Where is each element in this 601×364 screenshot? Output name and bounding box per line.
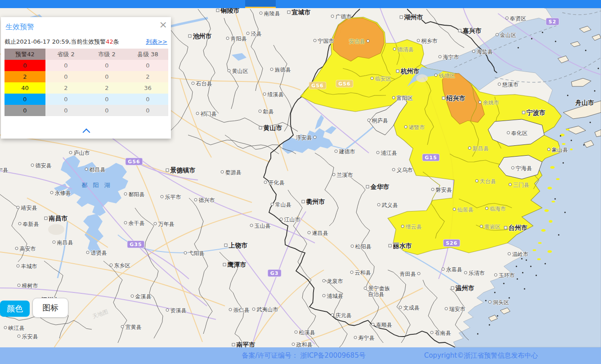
footer-bar: 备案/许可证编号： 浙ICP备20009685号 Copyright©浙江省预警… bbox=[0, 347, 601, 364]
alert-table-cell: 0 bbox=[86, 60, 127, 71]
panel-title: 生效预警 bbox=[5, 22, 34, 32]
alert-table-row: 0000 bbox=[4, 60, 168, 71]
alert-table-cell: 0 bbox=[45, 105, 86, 116]
alert-table-cell: 0 bbox=[86, 105, 127, 116]
alert-table-header-cell: 预警42 bbox=[4, 49, 45, 60]
summary-prefix: 截止2021-06-17 20:59,当前生效预警 bbox=[4, 38, 106, 45]
alert-table-row: 2002 bbox=[4, 71, 168, 82]
alert-table-cell: 0 bbox=[86, 71, 127, 82]
copyright-text: Copyright©浙江省预警信息发布中心 bbox=[424, 351, 538, 360]
color-mode-button[interactable]: 颜色 bbox=[0, 301, 30, 317]
alert-table-row: 0000 bbox=[4, 94, 168, 105]
alert-table-cell: 0 bbox=[86, 94, 127, 105]
active-tab-underline bbox=[245, 7, 276, 8]
alert-table-cell: 0 bbox=[127, 94, 168, 105]
alert-table-cell: 0 bbox=[45, 71, 86, 82]
icp-number: 备案/许可证编号： 浙ICP备20009685号 bbox=[242, 351, 366, 360]
list-link[interactable]: 列表>> bbox=[146, 38, 167, 46]
alert-table-header-cell: 市级 2 bbox=[86, 49, 127, 60]
alert-table-cell: 0 bbox=[45, 94, 86, 105]
alert-table-cell: 40 bbox=[4, 82, 45, 94]
panel-header: 生效预警 × bbox=[1, 17, 171, 35]
alert-table-cell: 0 bbox=[127, 60, 168, 71]
alert-table-cell: 0 bbox=[4, 94, 45, 105]
summary-count: 42 bbox=[106, 38, 113, 45]
alert-table-cell: 0 bbox=[4, 60, 45, 71]
warning-region-orange-anji bbox=[333, 18, 384, 61]
alert-table-cell: 0 bbox=[45, 60, 86, 71]
app-window: 铜陵市南陵县宣城市广德市宁国市泾县青阳县池州市石台县黄山区旌德县绩溪县歙县祁门县… bbox=[0, 0, 601, 364]
collapse-chevron-icon[interactable] bbox=[83, 129, 90, 136]
top-nav-bar bbox=[0, 0, 601, 8]
alert-table-cell: 2 bbox=[45, 82, 86, 94]
alert-table-cell: 0 bbox=[4, 105, 45, 116]
alert-table-row: 0000 bbox=[4, 105, 168, 116]
icon-mode-button[interactable]: 图标 bbox=[32, 298, 68, 318]
alert-table-row: 402236 bbox=[4, 82, 168, 94]
summary-suffix: 条 bbox=[113, 38, 119, 45]
active-warnings-panel: 生效预警 × 列表>> 截止2021-06-17 20:59,当前生效预警42条… bbox=[1, 17, 171, 139]
active-nav-tab[interactable] bbox=[245, 0, 276, 8]
alert-table-cell: 36 bbox=[127, 82, 168, 94]
alert-table-header-cell: 县级 38 bbox=[127, 49, 168, 60]
alert-table-head: 预警42省级 2市级 2县级 38 bbox=[4, 49, 168, 60]
alert-table-body: 0000200240223600000000 bbox=[4, 60, 168, 116]
alert-table-cell: 0 bbox=[127, 105, 168, 116]
summary-line: 列表>> 截止2021-06-17 20:59,当前生效预警42条 bbox=[4, 38, 167, 46]
alert-table-cell: 2 bbox=[127, 71, 168, 82]
close-icon[interactable]: × bbox=[159, 20, 167, 30]
alert-table-cell: 2 bbox=[86, 82, 127, 94]
alert-table-cell: 2 bbox=[4, 71, 45, 82]
alert-table-header-cell: 省级 2 bbox=[45, 49, 86, 60]
alert-table: 预警42省级 2市级 2县级 38 0000200240223600000000 bbox=[4, 49, 168, 116]
